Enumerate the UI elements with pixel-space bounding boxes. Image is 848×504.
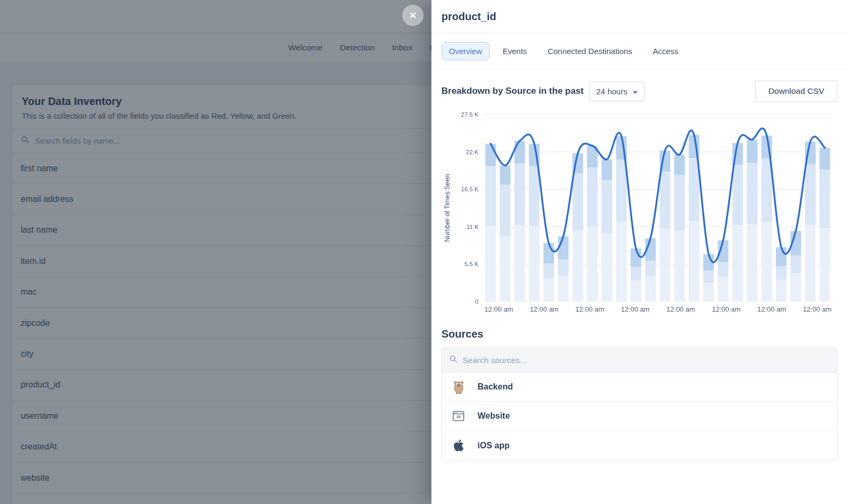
- svg-text:16.5 K: 16.5 K: [461, 186, 479, 192]
- sources-search[interactable]: [442, 348, 837, 373]
- tab-events[interactable]: Events: [496, 42, 535, 60]
- svg-text:12:00 am: 12:00 am: [712, 305, 740, 313]
- sources-search-input[interactable]: [463, 356, 685, 365]
- caret-down-icon: [633, 87, 638, 96]
- tab-overview[interactable]: Overview: [441, 42, 490, 60]
- time-range-select[interactable]: 24 hours: [589, 82, 644, 101]
- source-rows: BackendJSWebsiteiOS app: [442, 373, 837, 460]
- time-range-value: 24 hours: [596, 87, 627, 96]
- download-csv-button[interactable]: Download CSV: [755, 81, 837, 102]
- svg-text:0: 0: [475, 298, 479, 305]
- panel-tabs: OverviewEventsConnected DestinationsAcce…: [431, 33, 848, 69]
- panel-header: product_id: [431, 0, 848, 33]
- svg-text:11 K: 11 K: [466, 224, 479, 230]
- svg-text:12:00 am: 12:00 am: [530, 305, 559, 313]
- gopher-icon: [452, 380, 465, 394]
- breakdown-title: Breakdown by Source in the past: [441, 86, 584, 96]
- svg-text:12:00 am: 12:00 am: [803, 305, 832, 313]
- svg-text:12:00 am: 12:00 am: [621, 305, 649, 313]
- source-row-website[interactable]: JSWebsite: [442, 402, 837, 431]
- js-browser-icon: JS: [452, 411, 465, 421]
- svg-text:12:00 am: 12:00 am: [666, 305, 695, 313]
- svg-text:JS: JS: [456, 415, 461, 419]
- source-name: iOS app: [478, 441, 509, 450]
- svg-text:Number of Times Seen: Number of Times Seen: [444, 174, 451, 242]
- source-row-ios-app[interactable]: iOS app: [442, 431, 837, 460]
- svg-text:5.5 K: 5.5 K: [464, 261, 479, 267]
- close-panel-button[interactable]: ✕: [402, 5, 423, 26]
- field-detail-panel: product_id OverviewEventsConnected Desti…: [431, 0, 848, 504]
- svg-text:22 K: 22 K: [466, 149, 479, 155]
- svg-text:12:00 am: 12:00 am: [757, 305, 786, 313]
- close-icon: ✕: [409, 10, 417, 21]
- panel-content: Breakdown by Source in the past 24 hours…: [431, 69, 848, 471]
- search-icon: [449, 355, 457, 365]
- source-row-backend[interactable]: Backend: [442, 373, 837, 402]
- sources-list: BackendJSWebsiteiOS app: [441, 348, 837, 461]
- panel-title: product_id: [441, 11, 496, 23]
- breakdown-chart: 05.5 K11 K16.5 K22 K27.5 KNumber of Time…: [441, 109, 837, 321]
- source-name: Backend: [478, 382, 513, 392]
- source-name: Website: [478, 411, 510, 421]
- tab-connected-destinations[interactable]: Connected Destinations: [540, 42, 639, 60]
- sources-title: Sources: [441, 328, 837, 340]
- svg-text:12:00 am: 12:00 am: [484, 305, 513, 313]
- svg-text:12:00 am: 12:00 am: [576, 305, 604, 313]
- apple-icon: [452, 439, 465, 452]
- tab-access[interactable]: Access: [646, 42, 686, 60]
- svg-text:27.5 K: 27.5 K: [461, 111, 479, 118]
